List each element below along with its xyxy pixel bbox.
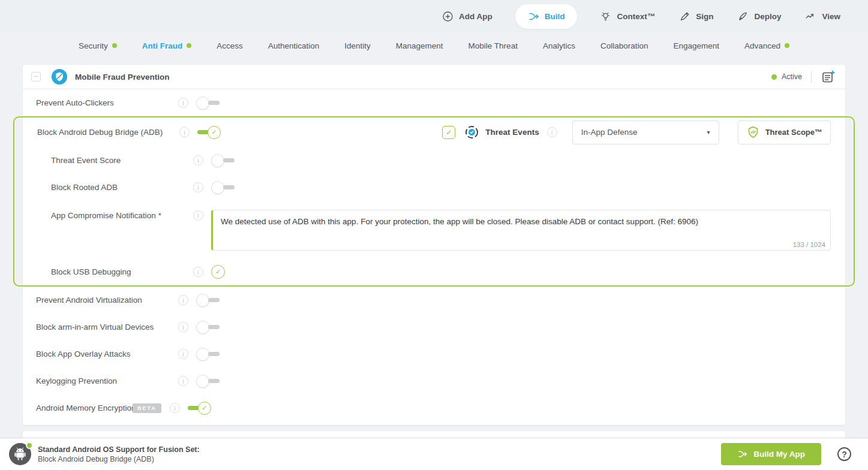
tab-anti-fraud[interactable]: Anti Fraud — [142, 41, 192, 50]
block-usb-debugging-checkbox[interactable] — [211, 265, 225, 279]
tab-build[interactable]: Build — [515, 4, 578, 29]
add-app-label: Add App — [459, 12, 492, 21]
feature-row-prevent-android-virtualization: Prevent Android Virtualization — [23, 287, 845, 314]
toggle-bar — [208, 298, 220, 302]
feature-label: Prevent Auto-Clickers — [36, 98, 178, 107]
feature-label: Keylogging Prevention — [36, 376, 178, 385]
toggle-knob — [211, 181, 224, 194]
toggle-knob — [196, 348, 209, 361]
tab-context[interactable]: Context™ — [599, 5, 656, 28]
feature-row-prevent-auto-clickers: Prevent Auto-Clickers — [23, 89, 845, 116]
info-icon[interactable] — [193, 182, 203, 192]
toggle-bar — [208, 325, 220, 329]
info-icon[interactable] — [193, 210, 203, 221]
block-arm-in-arm-toggle[interactable] — [196, 321, 220, 334]
note-add-icon[interactable] — [821, 70, 836, 85]
feature-row-block-arm-in-arm: Block arm-in-arm Virtual Devices — [23, 314, 845, 341]
context-label: Context™ — [617, 12, 655, 21]
help-icon[interactable] — [837, 447, 851, 461]
beta-badge: BETA — [133, 403, 161, 413]
identity-label: Identity — [344, 41, 371, 50]
toggle-knob — [196, 97, 209, 110]
feature-row-keylogging-prevention: Keylogging Prevention — [23, 367, 845, 394]
tab-security[interactable]: Security — [79, 41, 117, 50]
info-icon[interactable] — [547, 127, 557, 137]
tab-advanced[interactable]: Advanced — [744, 41, 789, 50]
toggle-bar — [208, 101, 220, 105]
tab-access[interactable]: Access — [217, 41, 243, 50]
feature-row-android-memory-encryption: Android Memory Encryption BETA — [23, 394, 845, 421]
tab-view[interactable]: View — [804, 5, 842, 28]
threat-events-label: Threat Events — [485, 128, 539, 137]
collapse-icon[interactable] — [31, 72, 41, 82]
info-icon[interactable] — [179, 127, 190, 137]
toggle-bar — [223, 185, 235, 189]
android-status-dot — [26, 442, 33, 449]
info-icon[interactable] — [178, 349, 188, 359]
feature-label: Threat Event Score — [51, 156, 193, 165]
tab-engagement[interactable]: Engagement — [673, 41, 719, 50]
feature-row-block-usb-debugging: Block USB Debugging — [14, 258, 854, 285]
authentication-label: Authentication — [268, 41, 320, 50]
feature-label: Prevent Android Virtualization — [36, 296, 178, 305]
tab-identity[interactable]: Identity — [344, 41, 371, 50]
threat-scope-label: Threat Scope™ — [765, 128, 822, 137]
add-app-button[interactable]: Add App — [441, 5, 494, 28]
info-icon[interactable] — [178, 376, 188, 386]
info-icon[interactable] — [178, 322, 188, 332]
block-rooted-adb-toggle[interactable] — [211, 181, 235, 194]
info-icon[interactable] — [193, 267, 203, 277]
threat-scope-button[interactable]: Threat Scope™ — [738, 120, 831, 144]
management-label: Management — [396, 41, 443, 50]
mobile-threat-label: Mobile Threat — [468, 41, 518, 50]
char-counter: 133 / 1024 — [793, 241, 825, 248]
pen-icon — [679, 11, 690, 22]
threat-events-icon — [464, 125, 479, 140]
info-icon[interactable] — [178, 295, 188, 305]
prevent-auto-clickers-toggle[interactable] — [196, 97, 220, 110]
threat-events-dropdown[interactable]: In-App Defense — [572, 120, 719, 144]
tab-mobile-threat[interactable]: Mobile Threat — [468, 41, 518, 50]
tab-collaboration[interactable]: Collaboration — [600, 41, 648, 50]
dropdown-value: In-App Defense — [581, 128, 638, 137]
app-compromise-notification-input[interactable]: We detected use of ADB with this app. Fo… — [211, 210, 831, 251]
tab-analytics[interactable]: Analytics — [543, 41, 575, 50]
info-icon[interactable] — [193, 155, 203, 165]
tab-deploy[interactable]: Deploy — [736, 5, 782, 28]
feature-row-app-compromise-notification: App Compromise Notification* We detected… — [14, 201, 854, 258]
info-icon[interactable] — [170, 403, 180, 413]
active-dot — [187, 43, 191, 48]
keylogging-prevention-toggle[interactable] — [196, 375, 220, 388]
add-circle-icon — [442, 11, 453, 22]
build-my-app-button[interactable]: Build My App — [721, 443, 821, 465]
category-navigation: Security Anti Fraud Access Authenticatio… — [0, 32, 868, 59]
divider — [811, 71, 812, 83]
required-asterisk: * — [158, 211, 161, 220]
threat-events-controls: Threat Events In-App Defense Threat Scop… — [442, 120, 831, 144]
toggle-bar — [208, 352, 220, 356]
tab-authentication[interactable]: Authentication — [268, 41, 320, 50]
tab-sign[interactable]: Sign — [678, 5, 714, 28]
threat-scope-shield-icon — [746, 125, 760, 139]
block-app-overlay-toggle[interactable] — [196, 348, 220, 361]
prevent-android-virtualization-toggle[interactable] — [196, 294, 220, 307]
android-memory-encryption-toggle[interactable] — [188, 402, 211, 415]
tab-management[interactable]: Management — [396, 41, 443, 50]
toggle-knob — [208, 126, 221, 139]
feature-label: App Compromise Notification* — [51, 211, 193, 220]
panel-header: Mobile Fraud Prevention Active — [23, 65, 845, 89]
active-dot — [785, 43, 789, 48]
build-fork-icon — [737, 449, 747, 459]
toggle-bar — [188, 406, 199, 410]
fraud-shield-icon — [52, 69, 67, 85]
build-footer: Standard Android OS Support for Fusion S… — [0, 438, 868, 470]
analytics-label: Analytics — [543, 41, 575, 50]
block-adb-toggle[interactable] — [197, 126, 221, 139]
feature-row-block-rooted-adb: Block Rooted ADB — [14, 174, 854, 201]
caret-down-icon — [707, 129, 710, 135]
toggle-bar — [208, 379, 220, 383]
threat-event-score-toggle[interactable] — [211, 154, 235, 167]
threat-events-checkbox[interactable] — [442, 126, 455, 139]
status-dot — [771, 74, 777, 80]
info-icon[interactable] — [178, 98, 188, 108]
